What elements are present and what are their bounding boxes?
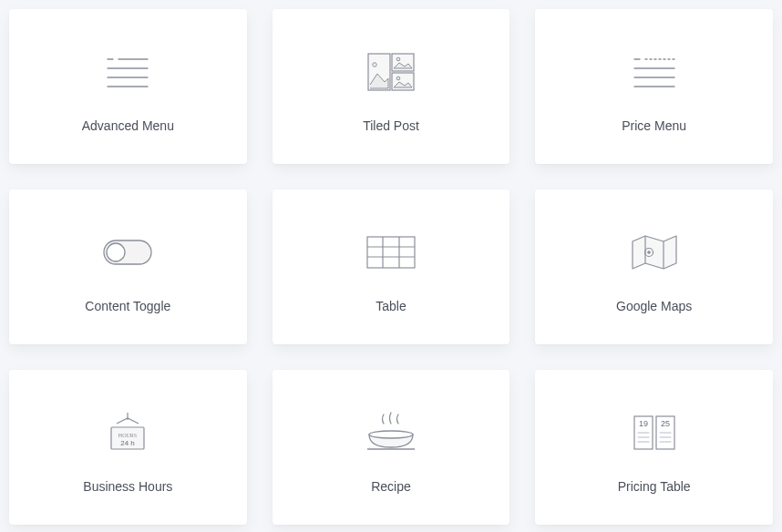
card-label: Price Menu xyxy=(622,118,686,133)
card-label: Business Hours xyxy=(83,479,172,494)
card-label: Table xyxy=(376,299,406,313)
business-hours-icon: HOURS 24 h xyxy=(104,401,151,465)
card-label: Content Toggle xyxy=(85,299,170,313)
card-business-hours[interactable]: HOURS 24 h Business Hours xyxy=(9,370,247,525)
card-price-menu[interactable]: Price Menu xyxy=(535,9,773,164)
pricing-table-icon: 19 25 xyxy=(629,401,680,465)
svg-text:24 h: 24 h xyxy=(121,439,136,447)
table-icon xyxy=(365,220,417,284)
card-pricing-table[interactable]: 19 25 Pricing Table xyxy=(535,370,773,525)
card-google-maps[interactable]: Google Maps xyxy=(535,189,773,344)
google-maps-icon xyxy=(629,220,680,284)
svg-text:25: 25 xyxy=(661,419,670,428)
recipe-icon xyxy=(364,401,418,465)
advanced-menu-icon xyxy=(100,40,155,104)
card-label: Pricing Table xyxy=(618,479,691,494)
card-label: Advanced Menu xyxy=(82,118,174,133)
card-advanced-menu[interactable]: Advanced Menu xyxy=(9,9,247,164)
tiled-post-icon xyxy=(366,40,416,104)
card-tiled-post[interactable]: Tiled Post xyxy=(273,9,510,164)
card-label: Tiled Post xyxy=(363,118,419,133)
card-label: Google Maps xyxy=(616,299,692,313)
card-content-toggle[interactable]: Content Toggle xyxy=(9,189,247,344)
card-table[interactable]: Table xyxy=(273,189,510,344)
price-menu-icon xyxy=(627,40,682,104)
svg-point-32 xyxy=(369,431,413,438)
content-toggle-icon xyxy=(100,220,155,284)
svg-point-27 xyxy=(647,251,651,254)
svg-text:19: 19 xyxy=(639,419,648,428)
card-label: Recipe xyxy=(371,479,411,494)
svg-point-17 xyxy=(107,243,125,261)
widget-grid: Advanced Menu Tiled Post xyxy=(9,9,773,525)
svg-text:HOURS: HOURS xyxy=(118,433,137,438)
card-recipe[interactable]: Recipe xyxy=(273,370,510,525)
svg-rect-18 xyxy=(367,237,415,268)
svg-marker-23 xyxy=(633,236,676,269)
